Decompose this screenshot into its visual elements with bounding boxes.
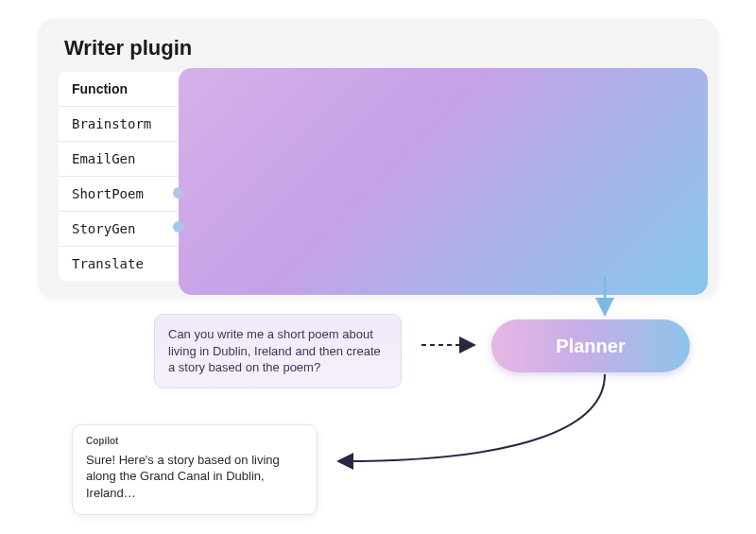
table-row: ShortPoem Turn a scenario into a short a…: [59, 177, 697, 212]
functions-table: Function Description for model Brainstor…: [59, 72, 697, 281]
copilot-reply-card: Copilot Sure! Here's a story based on li…: [72, 424, 318, 515]
function-name: StoryGen: [59, 212, 180, 246]
header-function: Function: [59, 72, 180, 106]
card-title: Writer plugin: [59, 36, 697, 60]
writer-plugin-card: Writer plugin Function Description for m…: [38, 19, 718, 298]
function-desc: Turn a scenario into a short and enterta…: [180, 177, 697, 211]
connector-dot: [173, 187, 184, 198]
planner-label: Planner: [556, 336, 625, 357]
function-desc: Translate the input into a language of y…: [180, 247, 697, 281]
function-desc: Generate a list of synopsis for a novel …: [180, 212, 697, 246]
table-row: StoryGen Generate a list of synopsis for…: [59, 212, 697, 247]
connector-dot: [173, 221, 184, 233]
user-prompt-text: Can you write me a short poem about livi…: [168, 327, 381, 374]
function-name: Brainstorm: [59, 107, 180, 141]
function-desc: Given a goal or topic description genera…: [180, 107, 697, 141]
reply-sender-label: Copilot: [86, 435, 303, 448]
function-desc: Write an email from the given bullet poi…: [180, 142, 697, 176]
function-name: Translate: [59, 247, 180, 281]
reply-text: Sure! Here's a story based on living alo…: [86, 452, 303, 502]
function-name: EmailGen: [59, 142, 180, 176]
table-header-row: Function Description for model: [59, 72, 697, 107]
table-row: Translate Translate the input into a lan…: [59, 247, 697, 281]
table-row: Brainstorm Given a goal or topic descrip…: [59, 107, 697, 142]
function-name: ShortPoem: [59, 177, 180, 211]
table-row: EmailGen Write an email from the given b…: [59, 142, 697, 177]
header-description: Description for model: [180, 72, 697, 106]
user-prompt-bubble: Can you write me a short poem about livi…: [154, 314, 402, 388]
planner-node: Planner: [491, 319, 690, 372]
